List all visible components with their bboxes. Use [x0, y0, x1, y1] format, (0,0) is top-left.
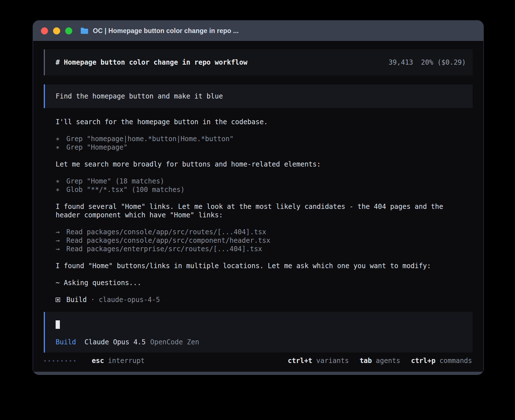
status-line: ~ Asking questions... [56, 279, 457, 287]
assistant-response: I'll search for the homepage button in t… [44, 108, 473, 304]
traffic-lights [41, 27, 72, 34]
agent-model: claude-opus-4-5 [99, 296, 160, 304]
arrow-right-icon: → [56, 228, 66, 236]
tool-call-text: Grep "Home" (18 matches) [66, 177, 164, 185]
titlebar: OC | Homepage button color change in rep… [33, 21, 483, 41]
asterisk-icon: ∗ [56, 177, 66, 185]
status-bar: esc interrupt ctrl+t variants tab agents… [44, 356, 473, 366]
asterisk-icon: ∗ [56, 185, 66, 194]
folder-icon [80, 27, 89, 34]
app-window: OC | Homepage button color change in rep… [33, 20, 484, 375]
separator-dot: · [91, 296, 95, 304]
assistant-paragraph: I'll search for the homepage button in t… [56, 118, 457, 126]
assistant-paragraph: Let me search more broadly for buttons a… [56, 160, 457, 169]
arrow-right-icon: → [56, 245, 66, 253]
working-indicator [44, 360, 75, 362]
tool-call-text: Read packages/enterprise/src/routes/[...… [66, 245, 262, 253]
tool-call-read: → Read packages/enterprise/src/routes/[.… [56, 245, 457, 253]
hint-interrupt: esc interrupt [92, 357, 145, 365]
hint-variants: ctrl+t variants [288, 357, 349, 365]
arrow-right-icon: → [56, 236, 66, 245]
mode-label[interactable]: Build [56, 338, 76, 346]
tool-call-text: Read packages/console/app/src/component/… [66, 236, 270, 245]
tool-call-read: → Read packages/console/app/src/routes/[… [56, 228, 457, 236]
agent-build-icon [56, 298, 60, 302]
prompt-input[interactable]: Build Claude Opus 4.5 OpenCode Zen [44, 312, 473, 353]
tool-call-text: Glob "**/*.tsx" (100 matches) [66, 185, 185, 194]
footer-shortcuts: ctrl+t variants tab agents ctrl+p comman… [288, 357, 472, 365]
assistant-paragraph: I found "Home" buttons/links in multiple… [56, 262, 457, 270]
tool-call-group: → Read packages/console/app/src/routes/[… [56, 228, 457, 253]
zoom-button[interactable] [65, 27, 72, 34]
hint-key: ctrl+p [411, 357, 436, 365]
terminal: # Homepage button color change in repo w… [33, 41, 483, 372]
tool-call-text: Read packages/console/app/src/routes/[..… [66, 228, 266, 236]
title-group: OC | Homepage button color change in rep… [80, 27, 239, 35]
session-header: # Homepage button color change in repo w… [44, 49, 473, 75]
provider-label: OpenCode Zen [150, 338, 199, 346]
hint-label: interrupt [108, 357, 145, 365]
session-title: # Homepage button color change in repo w… [56, 58, 247, 66]
user-message-text: Find the homepage button and make it blu… [56, 92, 223, 100]
token-count: 39,413 [389, 58, 413, 66]
minimize-button[interactable] [53, 27, 60, 34]
tool-call-read: → Read packages/console/app/src/componen… [56, 236, 457, 245]
hint-label: commands [439, 357, 472, 365]
tool-call-text: Grep "Homepage" [66, 143, 128, 152]
hint-label: agents [376, 357, 400, 365]
tool-call-glob: ∗ Glob "**/*.tsx" (100 matches) [56, 185, 457, 194]
tool-call-grep: ∗ Grep "homepage|home.*button|Home.*butt… [56, 135, 457, 143]
hint-key: ctrl+t [288, 357, 312, 365]
hint-key: esc [92, 357, 104, 365]
tool-call-text: Grep "homepage|home.*button|Home.*button… [66, 135, 234, 143]
session-stats: 39,413 20% ($0.29) [389, 58, 466, 66]
hint-commands: ctrl+p commands [411, 357, 472, 365]
window-title: OC | Homepage button color change in rep… [93, 27, 239, 35]
hint-agents: tab agents [360, 357, 400, 365]
tool-call-grep: ∗ Grep "Homepage" [56, 143, 457, 152]
tool-call-group: ∗ Grep "homepage|home.*button|Home.*butt… [56, 135, 457, 152]
hint-key: tab [360, 357, 372, 365]
hint-label: variants [316, 357, 349, 365]
agent-line: Build · claude-opus-4-5 [56, 296, 457, 304]
user-message: Find the homepage button and make it blu… [44, 84, 473, 108]
context-cost: 20% ($0.29) [421, 58, 466, 66]
agent-name: Build [66, 296, 87, 304]
assistant-paragraph: I found several "Home" links. Let me loo… [56, 202, 457, 219]
input-meta: Build Claude Opus 4.5 OpenCode Zen [56, 338, 473, 346]
close-button[interactable] [41, 27, 48, 34]
text-cursor [56, 320, 60, 329]
model-label[interactable]: Claude Opus 4.5 [84, 338, 146, 346]
tool-call-grep: ∗ Grep "Home" (18 matches) [56, 177, 457, 185]
tool-call-group: ∗ Grep "Home" (18 matches) ∗ Glob "**/*.… [56, 177, 457, 194]
asterisk-icon: ∗ [56, 135, 66, 143]
asterisk-icon: ∗ [56, 143, 66, 152]
